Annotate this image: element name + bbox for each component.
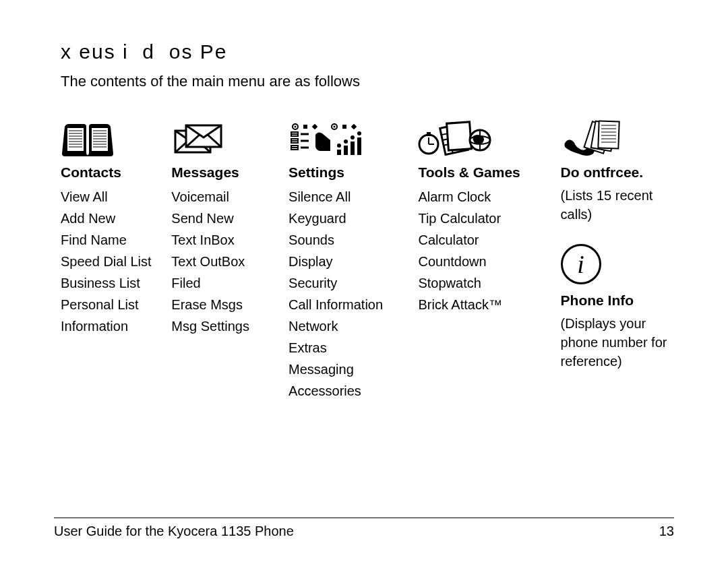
list-item: Tip Calculator — [418, 208, 544, 229]
page-footer: User Guide for the Kyocera 1135 Phone 13 — [54, 518, 674, 539]
list-item: Keyguard — [289, 208, 402, 229]
list-item: Alarm Clock — [418, 186, 544, 208]
column-settings: Settings Silence AllKeyguardSoundsDispla… — [289, 117, 402, 402]
tools-icon — [418, 117, 544, 158]
messages-list: VoicemailSend NewText InBoxText OutBoxFi… — [171, 186, 272, 337]
list-item: Security — [289, 272, 402, 294]
svg-rect-37 — [351, 142, 355, 155]
svg-rect-25 — [351, 124, 357, 129]
svg-rect-35 — [337, 150, 341, 155]
settings-list: Silence AllKeyguardSoundsDisplaySecurity… — [289, 186, 402, 402]
messages-icon — [171, 117, 272, 158]
messages-heading: Messages — [171, 164, 272, 181]
list-item: Silence All — [289, 186, 402, 208]
contacts-list: View AllAdd NewFind NameSpeed Dial ListB… — [61, 186, 155, 337]
list-item: Add New — [61, 208, 155, 229]
svg-rect-24 — [342, 125, 346, 129]
list-item: Speed Dial List — [61, 251, 155, 272]
info-icon: i — [561, 244, 601, 284]
intro-text: The contents of the main menu are as fol… — [61, 73, 674, 90]
svg-rect-44 — [427, 132, 431, 136]
recent-calls-icon — [561, 117, 674, 158]
svg-point-39 — [337, 144, 341, 148]
svg-point-41 — [351, 135, 355, 139]
list-item: Display — [289, 251, 402, 272]
list-item: Text OutBox — [171, 251, 272, 272]
footer-left: User Guide for the Kyocera 1135 Phone — [54, 524, 294, 539]
contacts-heading: Contacts — [61, 164, 155, 181]
list-item: Msg Settings — [171, 315, 272, 337]
list-item: Business List — [61, 272, 155, 294]
list-item: Text InBox — [171, 229, 272, 251]
list-item: Accessories — [289, 380, 402, 402]
tools-list: Alarm ClockTip CalculatorCalculatorCount… — [418, 186, 544, 315]
svg-point-40 — [344, 139, 348, 144]
tools-heading: Tools & Games — [418, 164, 544, 181]
column-tools: Tools & Games Alarm ClockTip CalculatorC… — [418, 117, 544, 402]
list-item: Countdown — [418, 251, 544, 272]
menu-columns: Contacts View AllAdd NewFind NameSpeed D… — [61, 117, 674, 402]
list-item: Call Information — [289, 294, 402, 315]
page-title: x eus i d os Pe — [61, 40, 674, 63]
svg-rect-36 — [344, 146, 348, 155]
svg-point-19 — [295, 126, 297, 128]
svg-rect-38 — [357, 137, 361, 155]
list-item: Find Name — [61, 229, 155, 251]
manual-page: x eus i d os Pe The contents of the main… — [0, 0, 728, 562]
list-item: Information — [61, 315, 155, 337]
column-messages: Messages VoicemailSend NewText InBoxText… — [171, 117, 272, 402]
svg-rect-21 — [312, 124, 317, 129]
phone-info-heading: Phone Info — [561, 292, 674, 309]
svg-rect-1 — [92, 128, 108, 151]
list-item: Send New — [171, 208, 272, 229]
recent-heading: Do ontfrcee. — [561, 164, 674, 181]
list-item: Extras — [289, 337, 402, 358]
svg-point-42 — [357, 131, 361, 135]
column-contacts: Contacts View AllAdd NewFind NameSpeed D… — [61, 117, 155, 402]
list-item: Erase Msgs — [171, 294, 272, 315]
settings-heading: Settings — [289, 164, 402, 181]
settings-icon — [289, 117, 402, 158]
page-number: 13 — [659, 524, 674, 539]
column-right: Do ontfrcee. (Lists 15 recent calls) i P… — [561, 117, 674, 402]
svg-rect-53 — [447, 122, 472, 150]
svg-point-23 — [334, 126, 336, 128]
list-item: Personal List — [61, 294, 155, 315]
list-item: View All — [61, 186, 155, 208]
svg-rect-20 — [303, 125, 307, 129]
list-item: Network — [289, 315, 402, 337]
list-item: Voicemail — [171, 186, 272, 208]
list-item: Stopwatch — [418, 272, 544, 294]
list-item: Filed — [171, 272, 272, 294]
svg-rect-0 — [67, 128, 84, 151]
list-item: Sounds — [289, 229, 402, 251]
contacts-icon — [61, 117, 155, 158]
list-item: Messaging — [289, 358, 402, 380]
recent-desc: (Lists 15 recent calls) — [561, 186, 674, 224]
list-item: Calculator — [418, 229, 544, 251]
list-item: Brick Attack™ — [418, 294, 544, 315]
phone-info-desc: (Displays your phone number for referenc… — [561, 314, 674, 371]
